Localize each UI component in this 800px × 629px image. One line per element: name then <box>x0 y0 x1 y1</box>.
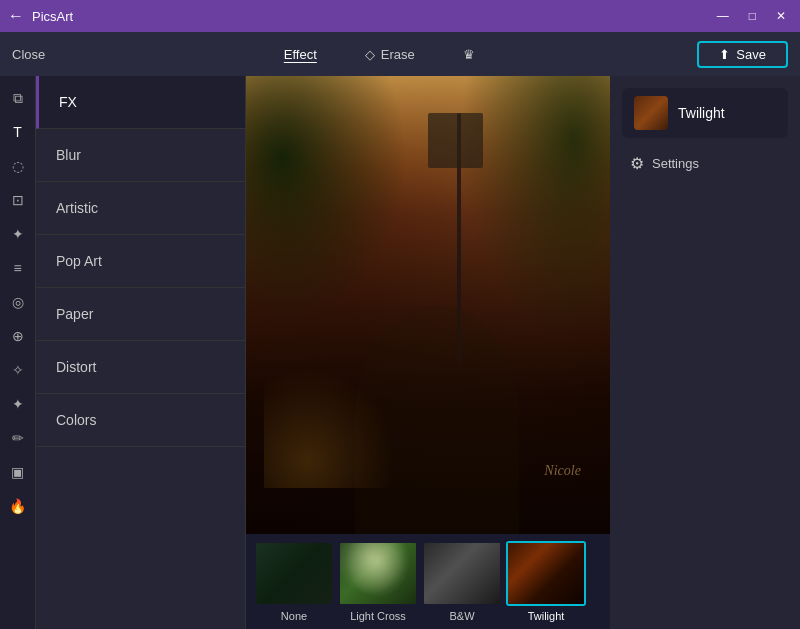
window-controls: — □ ✕ <box>711 7 792 25</box>
canvas-container[interactable]: Nicole <box>246 76 610 534</box>
canvas-image: Nicole <box>246 76 610 534</box>
film-strip: None Light Cross B&W Tw <box>246 534 610 629</box>
film-label-bw: B&W <box>449 610 474 622</box>
effect-label-distort: Distort <box>56 359 96 375</box>
icon-lasso[interactable]: ◌ <box>4 152 32 180</box>
icon-atom[interactable]: ⊕ <box>4 322 32 350</box>
film-thumb-light-cross <box>338 541 418 606</box>
effect-preview-thumbnail <box>634 96 668 130</box>
effect-preview: Twilight <box>622 88 788 138</box>
film-item-twilight[interactable]: Twilight <box>506 541 586 622</box>
icon-sparkle[interactable]: ✦ <box>4 390 32 418</box>
effect-label-colors: Colors <box>56 412 96 428</box>
main-layout: ⧉ T ◌ ⊡ ✦ ≡ ◎ ⊕ ✧ ✦ ✏ ▣ 🔥 FX Blur Artist… <box>0 76 800 629</box>
effect-item-colors[interactable]: Colors <box>36 394 245 447</box>
premium-icon: ♛ <box>463 47 475 62</box>
settings-row[interactable]: ⚙ Settings <box>622 150 788 177</box>
effect-item-distort[interactable]: Distort <box>36 341 245 394</box>
effect-item-pop-art[interactable]: Pop Art <box>36 235 245 288</box>
effect-item-fx[interactable]: FX <box>36 76 245 129</box>
effect-item-paper[interactable]: Paper <box>36 288 245 341</box>
settings-icon: ⚙ <box>630 154 644 173</box>
film-thumb-bw <box>422 541 502 606</box>
save-button[interactable]: ⬆ Save <box>697 41 788 68</box>
film-thumb-none <box>254 541 334 606</box>
erase-tab-label: Erase <box>381 47 415 62</box>
watermark: Nicole <box>544 463 581 479</box>
icon-text[interactable]: T <box>4 118 32 146</box>
icon-bar: ⧉ T ◌ ⊡ ✦ ≡ ◎ ⊕ ✧ ✦ ✏ ▣ 🔥 <box>0 76 36 629</box>
effect-item-artistic[interactable]: Artistic <box>36 182 245 235</box>
erase-icon: ◇ <box>365 47 375 62</box>
effect-label-paper: Paper <box>56 306 93 322</box>
icon-star[interactable]: ✦ <box>4 220 32 248</box>
effect-label-fx: FX <box>59 94 77 110</box>
film-item-light-cross[interactable]: Light Cross <box>338 541 418 622</box>
film-item-bw[interactable]: B&W <box>422 541 502 622</box>
icon-layers[interactable]: ⧉ <box>4 84 32 112</box>
tab-premium[interactable]: ♛ <box>439 47 499 62</box>
maximize-button[interactable]: □ <box>743 7 762 25</box>
icon-flame[interactable]: 🔥 <box>4 492 32 520</box>
icon-square[interactable]: ▣ <box>4 458 32 486</box>
image-area: Nicole None Light Cross <box>246 76 610 629</box>
icon-wand[interactable]: ✧ <box>4 356 32 384</box>
effect-label-artistic: Artistic <box>56 200 98 216</box>
film-item-none[interactable]: None <box>254 541 334 622</box>
minimize-button[interactable]: — <box>711 7 735 25</box>
app-title: PicsArt <box>32 9 703 24</box>
effect-sidebar: FX Blur Artistic Pop Art Paper Distort C… <box>36 76 246 629</box>
film-label-none: None <box>281 610 307 622</box>
film-label-twilight: Twilight <box>528 610 565 622</box>
save-label: Save <box>736 47 766 62</box>
effect-item-blur[interactable]: Blur <box>36 129 245 182</box>
settings-label: Settings <box>652 156 699 171</box>
top-toolbar: Close Effect ◇ Erase ♛ ⬆ Save <box>0 32 800 76</box>
film-label-light-cross: Light Cross <box>350 610 406 622</box>
tab-erase[interactable]: ◇ Erase <box>341 47 439 62</box>
icon-circle[interactable]: ◎ <box>4 288 32 316</box>
icon-crop[interactable]: ⊡ <box>4 186 32 214</box>
icon-pen[interactable]: ✏ <box>4 424 32 452</box>
back-button[interactable]: ← <box>8 7 24 25</box>
close-label[interactable]: Close <box>12 47 61 62</box>
effect-label-blur: Blur <box>56 147 81 163</box>
right-panel: Twilight ⚙ Settings <box>610 76 800 629</box>
toolbar-tabs: Effect ◇ Erase ♛ <box>61 47 697 62</box>
title-bar: ← PicsArt — □ ✕ <box>0 0 800 32</box>
close-button[interactable]: ✕ <box>770 7 792 25</box>
save-icon: ⬆ <box>719 47 730 62</box>
effect-tab-label: Effect <box>284 47 317 62</box>
tab-effect[interactable]: Effect <box>260 47 341 62</box>
effect-preview-name: Twilight <box>678 105 725 121</box>
icon-brush[interactable]: ≡ <box>4 254 32 282</box>
effect-label-pop-art: Pop Art <box>56 253 102 269</box>
film-thumb-twilight <box>506 541 586 606</box>
